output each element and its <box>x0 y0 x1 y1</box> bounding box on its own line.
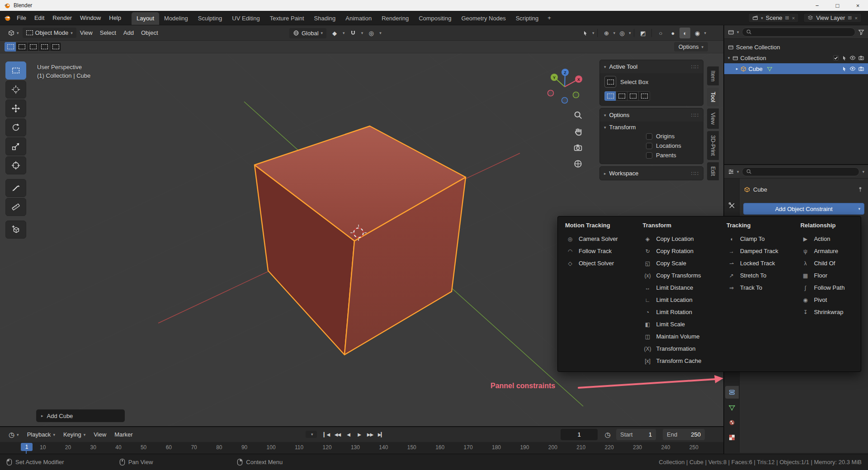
menubar-menu[interactable]: Help <box>105 14 125 21</box>
shading-wireframe-button[interactable]: ○ <box>655 28 666 38</box>
constraint-menu-item[interactable]: ◱ Copy Scale <box>640 257 716 269</box>
pan-hand-icon[interactable] <box>573 127 583 136</box>
n-panel-tab[interactable]: Edit <box>707 162 719 180</box>
mode-selector[interactable]: Object Mode ▾ <box>23 28 76 38</box>
menubar-menu[interactable]: Render <box>48 14 76 21</box>
breadcrumb-object[interactable]: Cube <box>753 186 767 193</box>
orthographic-toggle-icon[interactable] <box>573 159 583 169</box>
constraint-menu-item[interactable]: ↗ Stretch To <box>724 269 791 282</box>
grip-icon[interactable]: ∷∷ <box>691 112 699 118</box>
auto-keying-button[interactable]: ▾ <box>306 431 317 438</box>
constraint-menu-item[interactable]: (X) Transformation <box>640 343 716 355</box>
pivot-point-button[interactable]: ◆ <box>329 28 340 38</box>
checkbox[interactable] <box>646 133 652 140</box>
n-panel-tab[interactable]: Tool <box>707 88 719 106</box>
transport-button[interactable]: ▶ <box>354 429 365 440</box>
timeline-menu[interactable]: Keying▾ <box>59 431 90 438</box>
select-mode-invert-button[interactable] <box>38 42 50 52</box>
constraint-menu-item[interactable]: ◉ Pivot <box>797 294 856 306</box>
viewport-options-button[interactable]: Options ▾ <box>674 42 708 52</box>
cube-object[interactable] <box>255 126 466 355</box>
grip-icon[interactable]: ∷∷ <box>691 64 699 70</box>
constraint-menu-item[interactable]: ◖ Clamp To <box>724 233 791 245</box>
timeline-menu[interactable]: View <box>90 431 110 438</box>
tool-annotate[interactable] <box>5 179 26 197</box>
transform-subpanel-header[interactable]: ▾ Transform <box>600 122 703 132</box>
workspace-tab[interactable]: Rendering <box>377 12 414 25</box>
add-object-constraint-button[interactable]: Add Object Constraint ▾ <box>743 203 864 215</box>
workspace-tab[interactable]: Compositing <box>414 12 456 25</box>
tool-add-cube[interactable] <box>5 221 26 239</box>
constraint-menu-item[interactable]: ∟ Limit Location <box>640 294 716 306</box>
hide-eye-icon[interactable] <box>849 55 856 61</box>
select-mode-subtract-button[interactable] <box>27 42 39 52</box>
zoom-icon[interactable] <box>573 110 583 120</box>
constraint-menu-item[interactable]: λ Child Of <box>797 257 856 269</box>
properties-editor-icon[interactable] <box>728 169 734 175</box>
shading-solid-button[interactable]: ● <box>667 28 678 38</box>
constraint-menu-item[interactable]: ◧ Limit Scale <box>640 318 716 330</box>
overlays-button[interactable]: ◎ <box>617 28 627 38</box>
operator-redo-panel[interactable]: ▸ Add Cube <box>36 409 125 422</box>
transport-button[interactable]: ▶▶ <box>365 429 376 440</box>
remove-view-layer-icon[interactable]: × <box>855 15 858 21</box>
tab-tool-properties[interactable] <box>725 199 739 212</box>
menubar-menu[interactable]: Edit <box>30 14 48 21</box>
tab-texture-properties[interactable] <box>725 431 739 444</box>
timeline-menu[interactable]: Marker <box>110 431 137 438</box>
constraint-menu-item[interactable]: ◎ Camera Solver <box>562 233 632 245</box>
use-preview-range-icon[interactable]: ◷ <box>602 429 613 440</box>
outliner-editor-icon[interactable] <box>728 29 734 35</box>
select-mode-extend-button[interactable] <box>16 42 28 52</box>
gizmo-neg-z-ball[interactable] <box>562 98 568 103</box>
checkbox[interactable] <box>646 143 652 149</box>
active-tool-header[interactable]: ▾ Active Tool ∷∷ <box>600 60 703 73</box>
n-panel-tab[interactable]: View <box>707 108 719 129</box>
tab-material-properties[interactable] <box>725 416 739 429</box>
constraint-menu-item[interactable]: → Damped Track <box>724 245 791 257</box>
constraint-menu-item[interactable]: ∫ Follow Path <box>797 282 856 294</box>
active-tool-icon-button[interactable] <box>604 76 616 88</box>
viewport-menu[interactable]: Add <box>120 29 137 36</box>
workspace-tab[interactable]: UV Editing <box>227 12 264 25</box>
unlink-scene-icon[interactable]: × <box>792 15 795 21</box>
menubar-menu[interactable]: Window <box>76 14 105 21</box>
tool-measure[interactable] <box>5 198 26 216</box>
pin-icon[interactable] <box>857 186 863 193</box>
playhead[interactable]: 1 <box>21 443 33 451</box>
shading-material-button[interactable]: ◐ <box>679 28 690 38</box>
viewport-menu[interactable]: View <box>76 29 96 36</box>
tool-mode-intersect-button[interactable] <box>638 91 650 101</box>
gizmo-neg-x-ball[interactable] <box>548 90 554 96</box>
viewport-menu[interactable]: Object <box>137 29 162 36</box>
options-header[interactable]: ▾ Options ∷∷ <box>600 108 703 122</box>
select-mode-new-button[interactable] <box>5 42 16 52</box>
transport-button[interactable]: ▎◀ <box>321 429 332 440</box>
timeline-ruler[interactable]: 1020304050607080901001101201301401501601… <box>0 442 723 455</box>
constraint-menu-item[interactable]: ↔ Limit Distance <box>640 282 716 294</box>
workspace-header[interactable]: ▸ Workspace ∷∷ <box>600 167 703 180</box>
n-panel-tab[interactable]: Item <box>707 66 719 85</box>
tool-mode-new-button[interactable] <box>604 91 616 101</box>
constraint-menu-item[interactable]: ↻ Copy Rotation <box>640 245 716 257</box>
render-visibility-icon[interactable] <box>858 66 864 72</box>
new-view-layer-icon[interactable]: ⊞ <box>848 15 852 21</box>
selectable-icon[interactable] <box>841 66 847 72</box>
constraint-menu-item[interactable]: ◇ Object Solver <box>562 257 632 269</box>
proportional-edit-button[interactable]: ◎ <box>366 28 377 38</box>
filter-icon[interactable] <box>858 29 864 35</box>
checkbox[interactable] <box>646 152 652 159</box>
tab-constraint-properties[interactable] <box>725 386 739 399</box>
workspace-tab[interactable]: Modeling <box>159 12 193 25</box>
minimize-button[interactable]: − <box>807 0 827 11</box>
properties-search-input[interactable] <box>742 167 860 176</box>
tool-transform[interactable] <box>5 156 26 174</box>
constraint-menu-item[interactable]: ⇒ Track To <box>724 282 791 294</box>
viewport-menu[interactable]: Select <box>96 29 120 36</box>
outliner-search-input[interactable] <box>742 28 855 37</box>
filter-chevron-icon[interactable]: ▾ <box>862 169 864 174</box>
outliner-row-cube[interactable]: ▸ Cube <box>724 63 868 74</box>
tab-object-data-properties[interactable] <box>725 401 739 414</box>
scene-selector[interactable]: ▾ Scene ⊞ × <box>748 13 799 23</box>
transport-button[interactable]: ▶▎ <box>376 429 387 440</box>
